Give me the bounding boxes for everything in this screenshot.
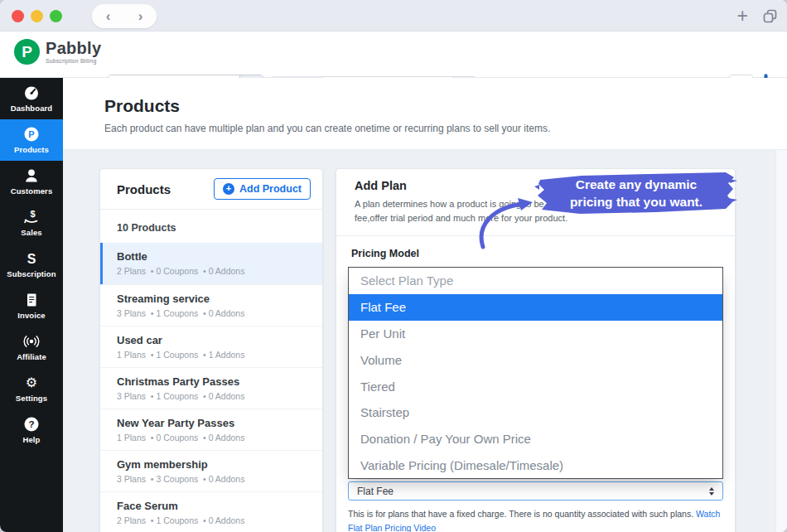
app-header: P Pabbly Subscription Billing Custome: [0, 31, 787, 78]
product-list-item-streaming-service[interactable]: Streaming service 3 Plans • 1 Coupons • …: [100, 284, 322, 326]
sidebar-item-label: Affiliate: [17, 352, 46, 361]
scrollbar-track[interactable]: [775, 150, 787, 532]
sidebar-item-help[interactable]: ? Help: [0, 409, 63, 451]
products-panel-title: Products: [117, 182, 171, 196]
add-plan-body: Pricing Model Select Plan Type Flat Fee …: [336, 236, 735, 532]
pricing-model-label: Pricing Model: [351, 248, 723, 259]
sidebar-item-customers[interactable]: Sales Customers: [0, 161, 63, 202]
sidebar-item-label: Products: [14, 145, 49, 154]
sidebar-item-label: Settings: [16, 394, 47, 403]
subscription-icon: S: [23, 250, 40, 267]
add-product-button[interactable]: + Add Product: [214, 178, 311, 200]
sidebar-item-label: Subscription: [7, 269, 56, 278]
sidebar-item-label: Help: [23, 435, 41, 444]
content-area: Products + Add Product 10 Products Bottl…: [63, 150, 787, 532]
sidebar-item-subscription[interactable]: S Subscription: [0, 244, 63, 285]
page-subtitle: Each product can have multiple plan and …: [104, 123, 787, 134]
plan-type-option-donation[interactable]: Donation / Pay Your Own Price: [349, 426, 722, 452]
sidebar-item-sales[interactable]: $ Sales: [0, 202, 63, 244]
products-icon: P: [23, 126, 40, 143]
browser-chrome: ‹ › +: [0, 0, 787, 31]
main-area: Products Each product can have multiple …: [63, 78, 787, 532]
maximize-window-button[interactable]: [50, 10, 62, 22]
products-panel-header: Products + Add Product: [100, 169, 322, 210]
plan-type-listbox: Select Plan Type Flat Fee Per Unit Volum…: [348, 267, 723, 479]
pricing-model-select[interactable]: Flat Fee: [348, 481, 723, 501]
plan-type-option-per-unit[interactable]: Per Unit: [349, 321, 722, 347]
product-list-item-bottle[interactable]: Bottle 2 Plans • 0 Coupons • 0 Addons: [100, 243, 322, 284]
sidebar-item-dashboard[interactable]: Dashboard: [0, 78, 63, 119]
sidebar-item-label: Invoice: [17, 311, 45, 320]
svg-text:S: S: [27, 252, 36, 266]
plan-type-option-select-plan-type[interactable]: Select Plan Type: [349, 268, 722, 294]
svg-text:P: P: [28, 129, 34, 139]
plan-type-option-stairstep[interactable]: Stairstep: [349, 399, 722, 426]
help-icon: ?: [23, 416, 40, 433]
sidebar-item-label: Dashboard: [11, 104, 53, 113]
gear-icon: ⚙: [26, 375, 37, 391]
sidebar-item-affiliate[interactable]: Affiliate: [0, 326, 63, 368]
products-panel: Products + Add Product 10 Products Bottl…: [99, 168, 323, 532]
brand-tagline: Subscription Billing: [46, 58, 101, 64]
app-window: ‹ › + P Pabbly Subscription Billing: [0, 0, 787, 532]
sidebar-item-settings[interactable]: ⚙ Settings: [0, 368, 63, 409]
affiliate-icon: [23, 333, 40, 350]
select-stepper-icon: [709, 487, 714, 496]
sidebar: Dashboard P Products Sales Customers: [0, 78, 63, 532]
products-count: 10 Products: [100, 210, 322, 243]
dashboard-icon: [23, 85, 40, 101]
minimize-window-button[interactable]: [31, 10, 43, 22]
pabbly-logo-icon: P: [14, 39, 40, 65]
window-controls: [12, 10, 62, 22]
sidebar-item-label: Sales: [21, 228, 41, 237]
sales-icon: $: [23, 209, 40, 225]
new-tab-icon[interactable]: +: [737, 7, 748, 26]
sidebar-item-label: Customers: [11, 186, 53, 196]
page-header: Products Each product can have multiple …: [63, 78, 787, 150]
add-plan-panel: Add Plan A plan determines how a product…: [336, 168, 736, 532]
svg-text:$: $: [30, 209, 35, 219]
pricing-model-selected-value: Flat Fee: [357, 486, 394, 497]
forward-icon[interactable]: ›: [124, 4, 157, 28]
add-plan-description: A plan determines how a product is going…: [355, 197, 723, 225]
brand-name: Pabbly: [46, 40, 101, 56]
page-title: Products: [104, 96, 787, 116]
product-list-item-christmas-party-passes[interactable]: Christmas Party Passes 3 Plans • 1 Coupo…: [100, 367, 322, 409]
plus-circle-icon: +: [223, 183, 234, 195]
close-window-button[interactable]: [12, 10, 24, 22]
sidebar-item-products[interactable]: P Products: [0, 119, 63, 161]
back-icon[interactable]: ‹: [92, 4, 124, 28]
add-product-label: Add Product: [239, 183, 302, 195]
product-list-item-used-car[interactable]: Used car 1 Plans • 1 Coupons • 1 Addons: [100, 326, 322, 367]
sidebar-item-invoice[interactable]: Invoice: [0, 285, 63, 326]
customers-icon: [23, 167, 40, 184]
plan-type-option-flat-fee[interactable]: Flat Fee: [349, 294, 722, 321]
product-list-item-new-year-party-passes[interactable]: New Year Party Passes 1 Plans • 0 Coupon…: [100, 409, 322, 450]
chrome-right-controls: +: [737, 0, 777, 31]
product-list-item-face-serum[interactable]: Face Serum 2 Plans • 1 Coupons • 0 Addon…: [100, 491, 322, 532]
plan-type-option-volume[interactable]: Volume: [349, 346, 722, 373]
plan-type-option-variable-pricing[interactable]: Variable Pricing (Dimesale/Timesale): [349, 452, 722, 479]
add-plan-header: Add Plan A plan determines how a product…: [336, 169, 735, 236]
product-list-item-gym-membership[interactable]: Gym membership 3 Plans • 3 Coupons • 0 A…: [100, 450, 322, 491]
add-plan-title: Add Plan: [355, 179, 717, 192]
tab-overview-icon[interactable]: [763, 9, 777, 23]
browser-nav: ‹ ›: [92, 4, 157, 28]
plan-type-option-tiered[interactable]: Tiered: [349, 373, 722, 399]
svg-text:?: ?: [28, 419, 34, 429]
flat-fee-helper: This is for plans that have a fixed char…: [348, 507, 723, 532]
invoice-icon: [23, 292, 40, 308]
pabbly-logo[interactable]: P Pabbly Subscription Billing: [14, 39, 101, 65]
